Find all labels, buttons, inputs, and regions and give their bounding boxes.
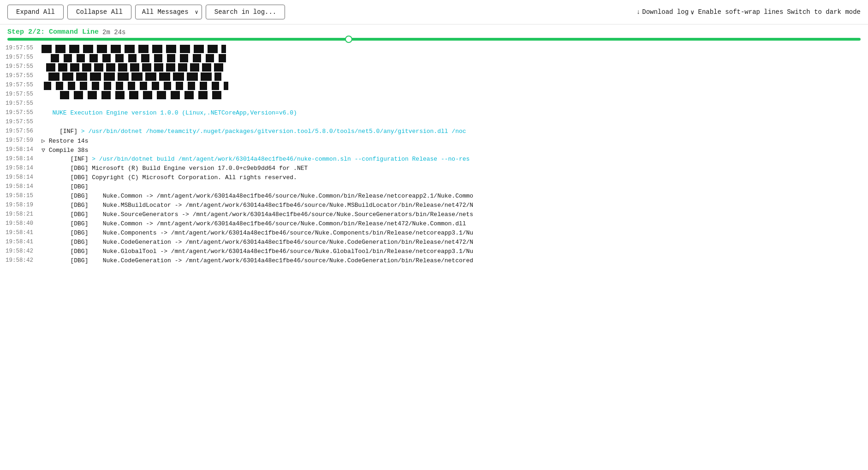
log-line: 19:58:41 [DBG] Nuke.CodeGeneration -> /m… — [0, 238, 868, 247]
toolbar: Expand All Collapse All All Messages Err… — [0, 0, 868, 24]
log-content — [42, 91, 868, 99]
dbg-label: DBG — [74, 239, 84, 246]
restore-chevron-icon: ▷ — [42, 138, 45, 145]
log-line: 19:58:42 [DBG] Nuke.GlobalTool -> /mnt/a… — [0, 247, 868, 257]
log-content — [42, 54, 868, 62]
progress-thumb[interactable] — [345, 36, 352, 43]
log-content — [42, 45, 868, 53]
log-line: 19:58:14 [DBG] Copyright (C) Microsoft C… — [0, 174, 868, 183]
download-log-button[interactable]: ↓ Download log ∨ — [636, 8, 695, 16]
log-line: 19:57:55 — [0, 90, 868, 100]
dbg-label: DBG — [74, 220, 84, 227]
log-line: 19:58:14 [INF] > /usr/bin/dotnet build /… — [0, 155, 868, 164]
restore-section[interactable]: 19:57:59 ▷ Restore 14s — [0, 137, 868, 146]
collapse-all-button[interactable]: Collapse All — [67, 5, 131, 19]
dbg-label: DBG — [74, 229, 84, 236]
log-line: 19:58:19 [DBG] Nuke.MSBuildLocator -> /m… — [0, 201, 868, 211]
log-line: 19:58:42 [DBG] Nuke.CodeGeneration -> /m… — [0, 257, 868, 266]
log-area: 19:57:55 19:57:55 19:57:55 19:57:55 19:5… — [0, 42, 868, 268]
timestamp: 19:57:55 — [0, 119, 42, 125]
log-content — [42, 72, 868, 81]
timestamp: 19:58:42 — [0, 248, 42, 254]
timestamp: 19:57:55 — [0, 63, 42, 70]
log-content: [DBG] Nuke.Common -> /mnt/agent/work/630… — [42, 193, 868, 199]
compile-section[interactable]: 19:58:14 ▽ Compile 38s — [0, 146, 868, 155]
log-content: ▷ Restore 14s — [42, 137, 868, 145]
step-title: Step 2/2: Command Line — [7, 28, 99, 36]
log-content: [DBG] Nuke.Common -> /mnt/agent/work/630… — [42, 220, 868, 227]
progress-track[interactable] — [7, 38, 861, 41]
log-line: 19:57:55 — [0, 100, 868, 109]
download-chevron-icon: ∨ — [690, 8, 694, 16]
softwrap-button[interactable]: Enable soft-wrap lines — [698, 8, 784, 16]
timestamp: 19:58:21 — [0, 211, 42, 217]
log-content: [DBG] Nuke.GlobalTool -> /mnt/agent/work… — [42, 248, 868, 255]
log-content: NUKE Execution Engine version 1.0.0 (Lin… — [42, 109, 868, 116]
log-line: 19:57:55 NUKE Execution Engine version 1… — [0, 109, 868, 118]
progress-bar-container — [0, 38, 868, 41]
inf-build-command: > /usr/bin/dotnet build /mnt/agent/work/… — [92, 156, 470, 163]
dbg-label: DBG — [74, 257, 84, 264]
dbg-text: Microsoft (R) Build Engine version 17.0.… — [92, 165, 308, 172]
log-content — [42, 82, 868, 90]
log-line: 19:58:14 [DBG] Microsoft (R) Build Engin… — [0, 164, 868, 174]
darkmode-button[interactable]: Switch to dark mode — [787, 8, 861, 16]
messages-filter-select[interactable]: All Messages Errors Warnings Info — [135, 5, 202, 19]
inf-label: INF — [74, 156, 84, 163]
timestamp: 19:57:55 — [0, 82, 42, 88]
log-line: 19:57:55 — [0, 118, 868, 127]
search-log-button[interactable]: Search in log... — [206, 5, 285, 19]
log-content: [INF] > /usr/bin/dotnet build /mnt/agent… — [42, 156, 868, 163]
log-line: 19:58:15 [DBG] Nuke.Common -> /mnt/agent… — [0, 192, 868, 201]
log-line: 19:58:14 [DBG] — [0, 183, 868, 192]
compile-chevron-icon: ▽ — [42, 147, 45, 154]
log-content: [INF] > /usr/bin/dotnet /home/teamcity/.… — [42, 128, 868, 135]
inf-label: INF — [63, 128, 74, 135]
compile-label: Compile 38s — [49, 147, 89, 154]
timestamp: 19:58:41 — [0, 239, 42, 245]
timestamp: 19:57:55 — [0, 54, 42, 60]
log-content — [42, 63, 868, 72]
log-content: [DBG] Nuke.CodeGeneration -> /mnt/agent/… — [42, 257, 868, 264]
dbg-label: DBG — [74, 248, 84, 255]
timestamp: 19:58:14 — [0, 165, 42, 171]
timestamp: 19:57:55 — [0, 72, 42, 79]
timestamp: 19:57:55 — [0, 45, 42, 51]
download-icon: ↓ — [636, 8, 640, 16]
timestamp: 19:58:14 — [0, 146, 42, 153]
timestamp: 19:58:14 — [0, 183, 42, 190]
log-content — [42, 100, 868, 107]
log-line: 19:57:55 — [0, 63, 868, 72]
timestamp: 19:58:15 — [0, 193, 42, 199]
messages-filter-wrapper: All Messages Errors Warnings Info — [135, 5, 202, 19]
log-line: 19:58:21 [DBG] Nuke.SourceGenerators -> … — [0, 211, 868, 220]
timestamp: 19:57:55 — [0, 100, 42, 107]
inf-command: > /usr/bin/dotnet /home/teamcity/.nuget/… — [81, 128, 466, 135]
nuke-version-text: NUKE Execution Engine version 1.0.0 (Lin… — [52, 109, 297, 116]
log-line: 19:57:55 — [0, 81, 868, 90]
log-content: [DBG] — [42, 183, 868, 190]
dbg-label: DBG — [74, 183, 84, 190]
timestamp: 19:58:19 — [0, 202, 42, 208]
log-line: 19:58:40 [DBG] Nuke.Common -> /mnt/agent… — [0, 220, 868, 229]
timestamp: 19:58:14 — [0, 156, 42, 162]
log-content — [42, 119, 868, 126]
timestamp: 19:57:55 — [0, 109, 42, 116]
dbg-label: DBG — [74, 174, 84, 181]
log-content: [DBG] Nuke.CodeGeneration -> /mnt/agent/… — [42, 239, 868, 246]
restore-label: Restore 14s — [49, 138, 89, 145]
log-content: [DBG] Nuke.MSBuildLocator -> /mnt/agent/… — [42, 202, 868, 209]
timestamp: 19:58:42 — [0, 257, 42, 264]
log-line: 19:58:41 [DBG] Nuke.Components -> /mnt/a… — [0, 229, 868, 238]
timestamp: 19:58:14 — [0, 174, 42, 181]
timestamp: 19:58:41 — [0, 229, 42, 236]
log-content: [DBG] Microsoft (R) Build Engine version… — [42, 165, 868, 172]
expand-all-button[interactable]: Expand All — [7, 5, 64, 19]
timestamp: 19:58:40 — [0, 220, 42, 227]
dbg-label: DBG — [74, 165, 84, 172]
timestamp: 19:57:59 — [0, 137, 42, 144]
log-content: ▽ Compile 38s — [42, 146, 868, 154]
step-header: Step 2/2: Command Line 2m 24s — [0, 24, 868, 38]
log-line: 19:57:55 — [0, 72, 868, 81]
log-content: [DBG] Nuke.Components -> /mnt/agent/work… — [42, 229, 868, 236]
